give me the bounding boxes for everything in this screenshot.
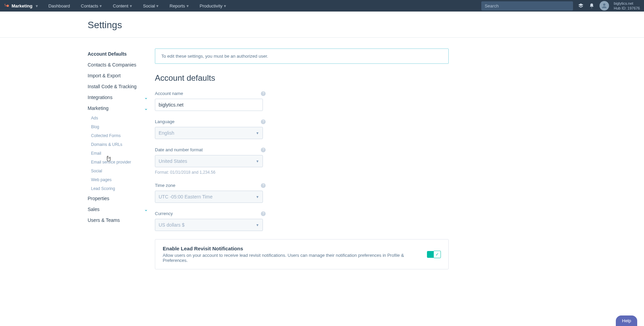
avatar[interactable]: [600, 1, 609, 11]
svg-point-0: [6, 5, 9, 7]
card-description: Allow users on your account to receive l…: [163, 253, 427, 263]
field-label: Currency: [155, 211, 173, 216]
field-date-format: Date and number format ? United States ▼…: [155, 147, 449, 175]
sidebar-item-sales[interactable]: Sales⌄: [88, 204, 148, 215]
sidebar-label: Contacts & Companies: [88, 62, 136, 68]
account-name: biglytics.net: [614, 1, 640, 6]
field-account-name: Account name ?: [155, 91, 449, 111]
help-icon[interactable]: ?: [261, 91, 266, 96]
topnav: Marketing ▾ Dashboard Contacts▾ Content▾…: [0, 0, 644, 12]
field-label: Language: [155, 119, 175, 124]
sidebar-subitem-blog[interactable]: Blog: [88, 122, 148, 131]
field-label: Date and number format: [155, 147, 203, 152]
helper-text: Format: 01/31/2018 and 1,234.56: [155, 170, 449, 175]
account-info[interactable]: biglytics.net Hub ID: 197676: [614, 1, 640, 11]
sidebar-item-install-code[interactable]: Install Code & Tracking: [88, 81, 148, 92]
field-timezone: Time zone ? UTC -05:00 Eastern Time ▼: [155, 183, 449, 203]
nav-dashboard[interactable]: Dashboard: [43, 0, 75, 12]
help-icon[interactable]: ?: [261, 148, 266, 152]
chevron-down-icon: ▾: [156, 3, 159, 8]
caret-down-icon: ▼: [256, 223, 259, 227]
section-title: Account defaults: [155, 73, 449, 83]
lead-revisit-card: Enable Lead Revisit Notifications Allow …: [155, 239, 449, 269]
field-currency: Currency ? US dollars $ ▼: [155, 211, 449, 231]
timezone-select[interactable]: UTC -05:00 Eastern Time ▼: [155, 191, 263, 203]
sidebar-label: Install Code & Tracking: [88, 84, 137, 89]
nav-label: Productivity: [200, 3, 222, 8]
sidebar-subitem-email-service-provider[interactable]: Email service provider: [88, 158, 148, 167]
currency-select[interactable]: US dollars $ ▼: [155, 219, 263, 231]
sidebar-subitem-email[interactable]: Email: [88, 149, 148, 158]
sidebar-label: Account Defaults: [88, 51, 127, 57]
account-name-input[interactable]: [155, 99, 263, 111]
nav-reports[interactable]: Reports▾: [165, 0, 194, 12]
nav-social[interactable]: Social▾: [138, 0, 163, 12]
select-value: United States: [159, 158, 187, 164]
notifications-icon[interactable]: [589, 3, 595, 9]
nav-label: Dashboard: [48, 3, 70, 8]
svg-rect-1: [5, 5, 6, 6]
sidebar-subitem-lead-scoring[interactable]: Lead Scoring: [88, 184, 148, 193]
nav-label: Social: [143, 3, 155, 8]
nav-label: Contacts: [81, 3, 98, 8]
sidebar-subitem-collected-forms[interactable]: Collected Forms: [88, 131, 148, 140]
sidebar-label: Properties: [88, 196, 109, 201]
field-label: Account name: [155, 91, 183, 96]
nav-label: Reports: [169, 3, 185, 8]
sidebar-subitem-ads[interactable]: Ads: [88, 114, 148, 122]
select-value: English: [159, 130, 174, 136]
help-icon[interactable]: ?: [261, 211, 266, 216]
info-banner: To edit these settings, you must be an a…: [155, 49, 449, 64]
search-input[interactable]: [481, 1, 573, 11]
nav-productivity[interactable]: Productivity▾: [195, 0, 231, 12]
chevron-down-icon: ⌄: [144, 106, 148, 111]
sidebar-item-contacts-companies[interactable]: Contacts & Companies: [88, 59, 148, 70]
help-icon[interactable]: ?: [261, 119, 266, 124]
main-panel: To edit these settings, you must be an a…: [155, 49, 449, 269]
toggle-knob: ✓: [433, 251, 441, 258]
caret-down-icon: ▼: [256, 195, 259, 199]
settings-sidebar: Account Defaults Contacts & Companies Im…: [88, 49, 148, 269]
sidebar-item-users-teams[interactable]: Users & Teams: [88, 215, 148, 226]
hubspot-logo-icon: [4, 3, 10, 8]
nav-label: Content: [113, 3, 128, 8]
lead-revisit-toggle[interactable]: ✓: [427, 251, 441, 258]
chevron-down-icon: ▾: [224, 3, 226, 8]
language-select[interactable]: English ▼: [155, 127, 263, 139]
sidebar-item-integrations[interactable]: Integrations⌄: [88, 92, 148, 103]
field-label: Time zone: [155, 183, 175, 188]
brand-label: Marketing: [12, 3, 32, 8]
caret-down-icon: ▼: [256, 159, 259, 163]
brand-menu[interactable]: Marketing ▾: [4, 3, 38, 8]
field-language: Language ? English ▼: [155, 119, 449, 139]
date-format-select[interactable]: United States ▼: [155, 155, 263, 167]
caret-down-icon: ▼: [256, 131, 259, 135]
sidebar-label: Marketing: [88, 106, 108, 111]
sidebar-label: Integrations: [88, 95, 112, 100]
sidebar-item-account-defaults[interactable]: Account Defaults: [88, 49, 148, 59]
chevron-down-icon: ▾: [186, 3, 189, 8]
chevron-down-icon: ⌄: [144, 207, 148, 212]
sidebar-label: Sales: [88, 207, 100, 212]
chevron-down-icon: ▾: [100, 3, 102, 8]
chevron-down-icon: ▾: [36, 3, 38, 8]
sidebar-subitem-social[interactable]: Social: [88, 167, 148, 175]
chevron-down-icon: ▾: [130, 3, 132, 8]
help-icon[interactable]: ?: [261, 183, 266, 188]
sidebar-item-properties[interactable]: Properties: [88, 193, 148, 204]
hub-id: Hub ID: 197676: [614, 6, 640, 11]
sidebar-label: Import & Export: [88, 73, 121, 78]
sidebar-item-import-export[interactable]: Import & Export: [88, 70, 148, 81]
topnav-right: biglytics.net Hub ID: 197676: [481, 1, 640, 11]
select-value: UTC -05:00 Eastern Time: [159, 194, 213, 199]
sidebar-item-marketing[interactable]: Marketing⌄: [88, 103, 148, 114]
nav-content[interactable]: Content▾: [108, 0, 137, 12]
nav-contacts[interactable]: Contacts▾: [76, 0, 107, 12]
sidebar-label: Users & Teams: [88, 217, 120, 223]
sidebar-subitem-web-pages[interactable]: Web pages: [88, 175, 148, 184]
academy-icon[interactable]: [578, 3, 584, 9]
sidebar-subitem-domains-urls[interactable]: Domains & URLs: [88, 140, 148, 149]
page-title: Settings: [88, 20, 644, 31]
svg-point-3: [603, 3, 606, 6]
topnav-left: Marketing ▾ Dashboard Contacts▾ Content▾…: [4, 0, 231, 12]
